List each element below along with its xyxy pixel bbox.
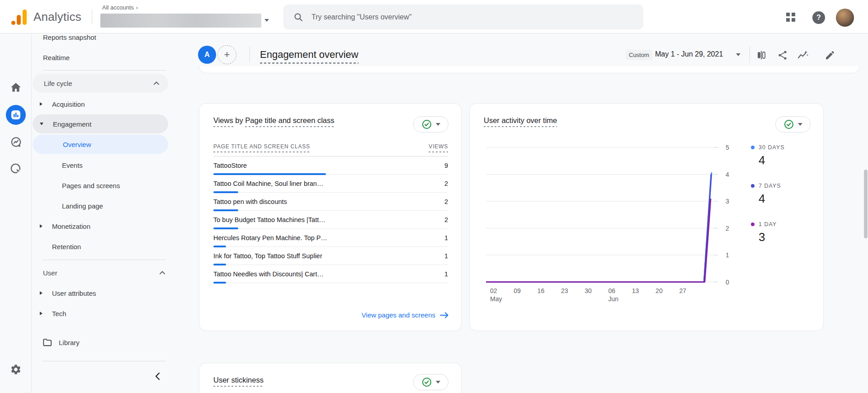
report-avatar-badge[interactable]: A: [198, 46, 216, 64]
search-input[interactable]: [311, 13, 628, 21]
search-bar[interactable]: [283, 5, 643, 29]
green-check-icon: [422, 119, 432, 129]
chevron-right-icon: ›: [136, 5, 138, 11]
comparison-icon[interactable]: [755, 48, 768, 62]
views-cell: 1: [444, 270, 448, 278]
legend-dot-icon: [751, 146, 755, 149]
svg-text:2: 2: [726, 225, 729, 232]
row-value-bar: [213, 227, 238, 229]
user-activity-chart: 54321002May0916233006Jun132027: [486, 143, 739, 306]
insights-icon[interactable]: [796, 48, 810, 62]
search-icon: [293, 12, 303, 22]
expand-right-icon: [40, 102, 42, 106]
date-range-picker[interactable]: May 1 - Jun 29, 2021: [655, 50, 723, 58]
main-content: A + Engagement overview Custom May 1 - J…: [174, 33, 868, 393]
table-row: Ink for Tattoo, Top Tattoo Stuff Suplier…: [213, 247, 448, 265]
sidebar-item-engagement[interactable]: Engagement: [33, 114, 168, 133]
legend-entry: 30 DAYS4: [751, 144, 785, 167]
svg-text:May: May: [490, 295, 502, 303]
views-cell: 2: [444, 198, 448, 205]
svg-text:Jun: Jun: [609, 295, 619, 303]
card-title[interactable]: User stickiness: [213, 376, 264, 384]
svg-text:30: 30: [585, 287, 592, 294]
row-value-bar: [213, 173, 326, 175]
page-title-cell: Ink for Tattoo, Top Tattoo Stuff Suplier: [213, 252, 322, 260]
sidebar-item-library[interactable]: Library: [32, 333, 174, 352]
legend-entry: 1 DAY3: [751, 221, 777, 244]
expand-right-icon: [40, 291, 42, 295]
user-activity-card: User activity over time 54321002May09162…: [469, 103, 824, 331]
reports-icon[interactable]: [6, 105, 26, 125]
analytics-logo-icon[interactable]: [11, 9, 29, 26]
edit-pencil-icon[interactable]: [823, 48, 837, 62]
share-icon[interactable]: [776, 48, 789, 62]
advertising-icon[interactable]: [0, 163, 32, 175]
sidebar-section-life-cycle[interactable]: Life cycle: [33, 74, 168, 93]
views-by-page-title-card: Views by Page title and screen class PAG…: [199, 103, 462, 331]
sidebar-item-acquisition[interactable]: Acquisition: [32, 95, 174, 114]
legend-value: 4: [759, 153, 785, 167]
apps-grid-icon[interactable]: [785, 11, 797, 23]
divider: [43, 361, 165, 361]
sidebar-item-landing-page[interactable]: Landing page: [32, 196, 174, 215]
account-name-redacted[interactable]: [100, 14, 261, 28]
row-value-bar: [213, 209, 238, 211]
settings-gear-icon[interactable]: [0, 364, 32, 375]
divider: [250, 47, 250, 63]
view-pages-and-screens-link[interactable]: View pages and screens: [362, 311, 448, 319]
sidebar-item-tech[interactable]: Tech: [32, 304, 174, 323]
chevron-up-icon: [154, 81, 159, 85]
series-line-30-days: [486, 172, 712, 282]
table-header: PAGE TITLE AND SCREEN CLASS VIEWS: [213, 143, 448, 156]
data-quality-button[interactable]: [775, 116, 811, 133]
legend-label: 7 DAYS: [759, 183, 781, 189]
caret-down-icon: [436, 123, 440, 126]
row-value-bar: [213, 246, 226, 247]
svg-text:16: 16: [538, 287, 545, 294]
sidebar-item-monetization[interactable]: Monetization: [32, 217, 174, 236]
column-header-dimension[interactable]: PAGE TITLE AND SCREEN CLASS: [213, 143, 310, 152]
legend-value: 3: [759, 230, 777, 244]
views-cell: 1: [444, 234, 448, 241]
date-caret-down-icon[interactable]: [736, 53, 741, 56]
breadcrumb-all-accounts[interactable]: All accounts: [102, 4, 134, 11]
svg-text:23: 23: [561, 287, 568, 294]
legend-label: 1 DAY: [759, 221, 777, 227]
arrow-right-icon: [440, 312, 448, 318]
page-title-cell: Tattoo Needles with Discounts| Cart…: [213, 270, 324, 278]
green-check-icon: [784, 119, 794, 129]
home-icon[interactable]: [0, 82, 32, 94]
table-row: Tattoo pen with discounts2: [213, 193, 448, 211]
product-name: Analytics: [33, 10, 81, 24]
column-header-metric[interactable]: VIEWS: [429, 143, 448, 152]
data-quality-button[interactable]: [413, 116, 448, 133]
legend-dot-icon: [751, 184, 755, 188]
chevron-left-icon: [155, 372, 160, 380]
sidebar-item-user-attributes[interactable]: User attributes: [32, 284, 174, 303]
sidebar-section-user[interactable]: User: [32, 263, 174, 282]
svg-text:0: 0: [726, 279, 729, 286]
sidebar-item-pages-and-screens[interactable]: Pages and screens: [32, 176, 174, 195]
page-title-cell: Tattoo pen with discounts: [213, 198, 287, 205]
sidebar-item-events[interactable]: Events: [32, 156, 174, 175]
expand-down-icon: [40, 123, 43, 125]
user-avatar[interactable]: [836, 9, 854, 27]
page-title-cell: TattooStore: [213, 162, 247, 169]
add-comparison-button[interactable]: +: [217, 45, 236, 64]
card-title[interactable]: User activity over time: [484, 116, 557, 125]
row-value-bar: [213, 264, 226, 265]
data-quality-button[interactable]: [413, 374, 448, 390]
sidebar-item-realtime[interactable]: Realtime: [32, 48, 174, 67]
breadcrumb[interactable]: All accounts›: [102, 4, 138, 11]
collapse-sidebar-button[interactable]: [151, 370, 164, 383]
page-title[interactable]: Engagement overview: [260, 49, 359, 61]
sidebar-item-overview[interactable]: Overview: [33, 135, 168, 154]
help-icon[interactable]: ?: [812, 11, 825, 24]
card-title[interactable]: Views by Page title and screen class: [213, 116, 335, 125]
page-scrollbar[interactable]: [864, 170, 868, 238]
explore-icon[interactable]: [0, 136, 32, 148]
sidebar-item-retention[interactable]: Retention: [32, 237, 174, 256]
account-caret-down-icon[interactable]: [264, 19, 269, 22]
svg-text:02: 02: [490, 287, 497, 294]
views-cell: 9: [444, 162, 448, 169]
